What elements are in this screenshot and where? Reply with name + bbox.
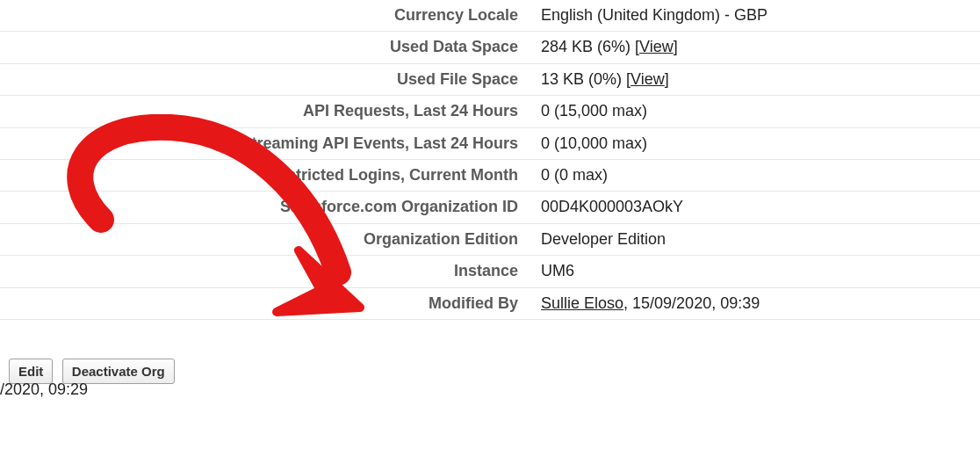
row-streaming-api: Streaming API Events, Last 24 Hours 0 (1…: [0, 128, 980, 160]
created-date-fragment: /2020, 09:29: [0, 380, 88, 399]
label-used-data-space: Used Data Space: [0, 32, 527, 62]
text-used-data-space: 284 KB (6%): [541, 38, 635, 55]
value-api-requests: 0 (15,000 max): [527, 96, 980, 127]
org-detail-page: Currency Locale English (United Kingdom)…: [0, 0, 980, 471]
label-modified-by: Modified By: [0, 288, 527, 319]
link-modified-by-user[interactable]: Sullie Eloso: [541, 294, 623, 312]
button-bar: Edit Deactivate Org: [0, 346, 980, 396]
row-org-edition: Organization Edition Developer Edition: [0, 224, 980, 256]
value-modified-by: Sullie Eloso, 15/09/2020, 09:39: [527, 288, 980, 319]
row-org-id: Salesforce.com Organization ID 00D4K0000…: [0, 192, 980, 223]
label-currency-locale: Currency Locale: [0, 0, 527, 31]
row-modified-by: Modified By Sullie Eloso, 15/09/2020, 09…: [0, 288, 980, 320]
link-view-file-space[interactable]: View: [631, 70, 665, 88]
label-instance: Instance: [0, 256, 527, 286]
detail-table: Currency Locale English (United Kingdom)…: [0, 0, 980, 320]
row-api-requests: API Requests, Last 24 Hours 0 (15,000 ma…: [0, 96, 980, 127]
bracket-close: ]: [674, 38, 678, 55]
value-used-data-space: 284 KB (6%) [View]: [527, 32, 980, 62]
row-restricted-logins: estricted Logins, Current Month 0 (0 max…: [0, 160, 980, 192]
value-org-edition: Developer Edition: [527, 224, 980, 255]
row-currency-locale: Currency Locale English (United Kingdom)…: [0, 0, 980, 32]
label-streaming-api: Streaming API Events, Last 24 Hours: [0, 128, 527, 159]
label-api-requests: API Requests, Last 24 Hours: [0, 96, 527, 127]
value-org-id: 00D4K000003AOkY: [527, 192, 980, 222]
value-streaming-api: 0 (10,000 max): [527, 128, 980, 159]
text-modified-by-date: , 15/09/2020, 09:39: [623, 294, 760, 312]
value-instance: UM6: [527, 256, 980, 286]
label-used-file-space: Used File Space: [0, 64, 527, 95]
value-restricted-logins: 0 (0 max): [527, 160, 980, 191]
bracket-close: ]: [665, 70, 669, 88]
label-org-id: Salesforce.com Organization ID: [0, 192, 527, 222]
text-used-file-space: 13 KB (0%): [541, 70, 626, 88]
row-instance: Instance UM6: [0, 256, 980, 287]
value-currency-locale: English (United Kingdom) - GBP: [527, 0, 980, 31]
link-view-data-space[interactable]: View: [639, 38, 674, 55]
row-used-file-space: Used File Space 13 KB (0%) [View]: [0, 64, 980, 96]
label-org-edition: Organization Edition: [0, 224, 527, 255]
value-used-file-space: 13 KB (0%) [View]: [527, 64, 980, 95]
label-restricted-logins: estricted Logins, Current Month: [0, 160, 527, 191]
row-used-data-space: Used Data Space 284 KB (6%) [View]: [0, 32, 980, 63]
